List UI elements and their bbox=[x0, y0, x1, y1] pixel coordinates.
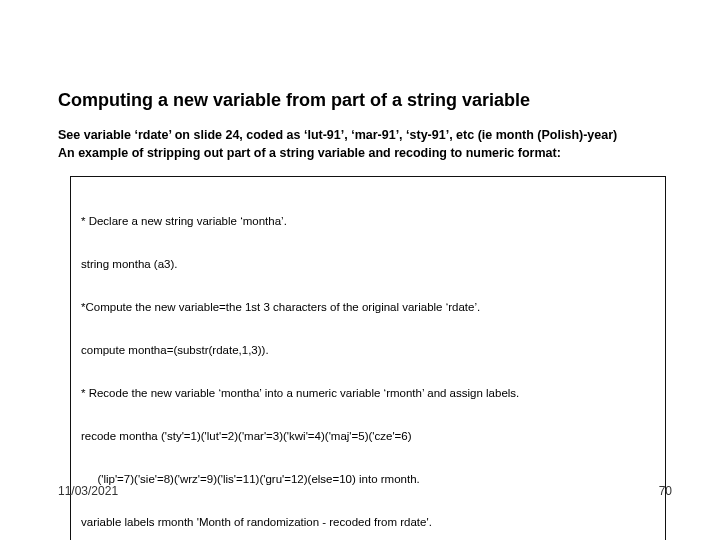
code-box: * Declare a new string variable ‘montha’… bbox=[70, 176, 666, 540]
slide-title: Computing a new variable from part of a … bbox=[58, 90, 672, 112]
code-line: string montha (a3). bbox=[81, 257, 655, 271]
slide: Computing a new variable from part of a … bbox=[0, 0, 720, 540]
intro-line-2: An example of stripping out part of a st… bbox=[58, 144, 672, 162]
code-line: ('lip'=7)('sie'=8)('wrz'=9)('lis'=11)('g… bbox=[81, 472, 655, 486]
code-line: variable labels rmonth 'Month of randomi… bbox=[81, 515, 655, 529]
footer-date: 11/03/2021 bbox=[58, 484, 118, 498]
code-line: * Recode the new variable ‘montha’ into … bbox=[81, 386, 655, 400]
code-line: compute montha=(substr(rdate,1,3)). bbox=[81, 343, 655, 357]
code-line: * Declare a new string variable ‘montha’… bbox=[81, 214, 655, 228]
code-line: recode montha ('sty'=1)('lut'=2)('mar'=3… bbox=[81, 429, 655, 443]
code-line: *Compute the new variable=the 1st 3 char… bbox=[81, 300, 655, 314]
intro-line-1: See variable ‘rdate’ on slide 24, coded … bbox=[58, 126, 672, 144]
footer-page-number: 70 bbox=[659, 484, 672, 498]
